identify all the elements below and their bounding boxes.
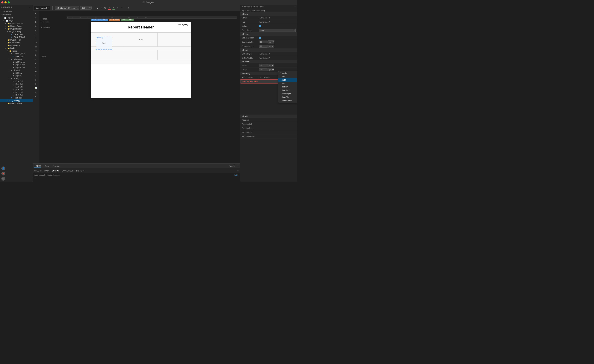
tree-item-back-items[interactable]: 📁 Back Items	[0, 41, 33, 44]
dropdown-item-right[interactable]: right	[278, 78, 297, 81]
design-height-unit[interactable]: px	[268, 45, 274, 48]
page-size-select[interactable]: A4, 210mm × 297mm	[55, 6, 79, 10]
add-page-button[interactable]: +	[237, 165, 239, 167]
tree-item-page-footer[interactable]: ▸ 📁 Page Footer	[0, 39, 33, 41]
pi-visible-checkbox[interactable]: ✓	[259, 25, 261, 27]
tree-item-row-box[interactable]: ▾ ▦ [Row Box]	[0, 30, 33, 33]
bookmark-icon[interactable]: 🔖	[1, 172, 5, 175]
dropdown-item-bottom[interactable]: bottom	[278, 85, 297, 88]
stab-languages[interactable]: LANGUAGES	[61, 170, 73, 172]
pi-close-button[interactable]: ···	[294, 6, 296, 8]
image-tool[interactable]: 🖼	[34, 45, 38, 49]
tree-item-text-text2[interactable]: T [Text] Text	[0, 96, 33, 99]
code-tool[interactable]: </>	[34, 41, 38, 45]
tree-item-page-header[interactable]: ▾ 📁 Page Header	[0, 27, 33, 30]
dropdown-item-innerbottom[interactable]: innerBottom	[278, 99, 297, 102]
barcode-tool-2[interactable]: |||	[34, 82, 38, 86]
text-color-button[interactable]: A	[108, 6, 111, 10]
user-icon[interactable]: 👤	[1, 167, 5, 170]
chart-tool[interactable]: 📊	[34, 86, 38, 90]
barcode-tool-1[interactable]: |||	[34, 78, 38, 82]
bold-button[interactable]: B	[96, 6, 99, 9]
bg-color-button[interactable]: A	[112, 6, 115, 10]
floating-element[interactable]: [Floating] Text	[96, 36, 112, 50]
pi-section-design[interactable]: Design	[240, 33, 297, 36]
grid-tool[interactable]: ⊞	[34, 53, 38, 57]
pi-section-basic[interactable]: Basic	[240, 13, 297, 16]
tree-item-cell-12[interactable]: ○ [1,2] Cell	[0, 94, 33, 96]
list-tool[interactable]: ≡	[34, 66, 38, 69]
tree-item-front-items[interactable]: 📁 Front Items	[0, 44, 33, 47]
tree-item-floating[interactable]: ▸ + [Floating]	[0, 99, 33, 102]
tree-item-cells[interactable]: ▾ ▦ [Cells]	[0, 77, 33, 80]
tree-item-rows[interactable]: ▾ ▦ [Rows]	[0, 69, 33, 72]
pi-section-styles[interactable]: Styles	[240, 115, 297, 118]
stab-assets[interactable]: ASSETS	[34, 170, 41, 172]
tab-json[interactable]: Json	[44, 165, 49, 167]
add-tool[interactable]: ✚	[34, 16, 38, 20]
stab-script[interactable]: SCRIPT	[52, 170, 59, 172]
svg-tool[interactable]: svg	[34, 49, 38, 53]
tree-item-col-2[interactable]: ▦ [2] Column	[0, 66, 33, 69]
height-input[interactable]	[259, 68, 268, 71]
tree-item-col-1[interactable]: ▦ [1] Column	[0, 63, 33, 66]
layout-tool-2[interactable]: ▤	[34, 24, 38, 28]
page-break-select[interactable]: none	[259, 29, 296, 32]
pi-design-border-checkbox[interactable]: ✓	[259, 37, 261, 39]
settings-icon[interactable]: ⚙	[1, 177, 5, 181]
dropdown-item-center[interactable]: ✓center	[278, 71, 297, 75]
tree-item-row-0[interactable]: ▦ [0] Row	[0, 72, 33, 74]
sum-tool[interactable]: Σ	[34, 37, 38, 40]
align-left-button[interactable]: ⇤	[116, 6, 120, 9]
table-tool[interactable]: ▦	[34, 61, 38, 65]
tree-item-col-0[interactable]: ▦ [0] Column	[0, 61, 33, 63]
tree-item-cell-11[interactable]: ○ [1,1] Cell	[0, 91, 33, 94]
layout-tool-1[interactable]: ▦	[34, 20, 38, 24]
align-right-button[interactable]: ⇥	[126, 6, 129, 9]
dropdown-item-innerright[interactable]: innerRight	[278, 92, 297, 95]
tree-item-cell-10[interactable]: ○ [1,0] Cell	[0, 88, 33, 91]
tab-preview[interactable]: Preview	[52, 165, 60, 167]
width-unit[interactable]: px	[268, 64, 274, 67]
layout-tool-3[interactable]: ▥	[34, 28, 38, 32]
text-tool[interactable]: T	[34, 33, 38, 36]
tree-item-page[interactable]: ▾ 📄 Page	[0, 19, 33, 22]
dropdown-item-innerleft[interactable]: innerLeft	[278, 88, 297, 92]
shape-tool[interactable]: ★	[34, 57, 38, 61]
tree-item-cell-00[interactable]: ○ [0,0] Cell	[0, 80, 33, 83]
tree-item-text-date[interactable]: T [Text] Date:	[0, 33, 33, 36]
height-unit[interactable]: px	[268, 68, 274, 71]
tree-item-report[interactable]: ▾ 📄 Report	[0, 16, 33, 19]
spacer-tool[interactable]: □	[34, 74, 38, 78]
tree-item-row-1[interactable]: ▦ [1] Row	[0, 74, 33, 77]
tree-item-columns[interactable]: ▾ ▦ [Columns]	[0, 58, 33, 61]
shape2-tool[interactable]: △	[34, 90, 38, 94]
dropdown-item-innertop[interactable]: innerTop	[278, 95, 297, 99]
document-tab[interactable]: New Report-1 ×	[34, 6, 50, 10]
pi-section-event[interactable]: Event	[240, 48, 297, 52]
design-width-input[interactable]	[259, 40, 268, 43]
select-tool[interactable]: ↖	[34, 12, 38, 15]
hr-tool[interactable]: H1	[34, 70, 38, 74]
align-center-button[interactable]: ↔	[121, 6, 125, 9]
sidebar-menu-button[interactable]: ···	[29, 6, 31, 9]
width-input[interactable]	[259, 64, 268, 67]
sidebar-section-outline[interactable]: OUTLINE	[0, 13, 33, 16]
tree-item-text-datevar[interactable]: T [Text] ${date}	[0, 36, 33, 39]
design-height-input[interactable]	[259, 45, 268, 48]
minimize-button[interactable]	[5, 1, 7, 3]
design-width-unit[interactable]: px	[268, 40, 274, 43]
close-button[interactable]	[1, 1, 3, 3]
tab-report[interactable]: Report	[34, 164, 41, 168]
tree-item-body[interactable]: ▾ 📁 Body	[0, 47, 33, 49]
tree-item-items[interactable]: ▾ 📁 Items	[0, 49, 33, 52]
misc-tool[interactable]: ✺	[34, 94, 38, 98]
underline-button[interactable]: U	[104, 6, 107, 9]
tree-item-report-header[interactable]: ▸ 📁 Report Header	[0, 22, 33, 25]
dropdown-item-top[interactable]: top	[278, 81, 297, 85]
tab-close-button[interactable]: ×	[48, 7, 49, 9]
tree-item-cell-01[interactable]: ○ [0,1] Cell	[0, 83, 33, 85]
maximize-button[interactable]	[7, 1, 10, 3]
tree-item-report-footer[interactable]: ▸ 📁 Report Footer	[0, 25, 33, 27]
pi-section-bound[interactable]: Bound	[240, 60, 297, 63]
